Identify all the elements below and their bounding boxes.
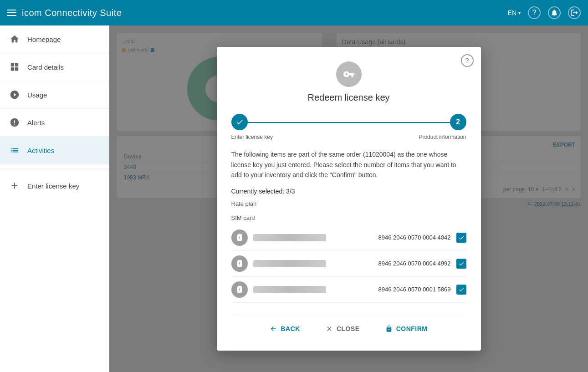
step-1-circle bbox=[231, 114, 248, 130]
sim-number-1: 8946 2046 0570 0004 4042 bbox=[378, 234, 450, 241]
sidebar-label-alerts: Alerts bbox=[27, 119, 45, 127]
modal-help-button[interactable]: ? bbox=[461, 54, 474, 67]
sim-number-2: 8946 2046 0570 0004 4992 bbox=[378, 260, 450, 267]
sidebar-label-card-details: Card details bbox=[27, 63, 64, 71]
stepper-step-1 bbox=[231, 114, 248, 130]
sim-blurred-name-1 bbox=[253, 234, 326, 241]
sim-blurred-name-3 bbox=[253, 286, 326, 293]
language-selector[interactable]: EN ▾ bbox=[508, 9, 521, 16]
stepper-line bbox=[245, 122, 453, 123]
notification-bell-icon[interactable] bbox=[548, 6, 561, 19]
step-2-circle: 2 bbox=[450, 114, 466, 130]
stepper: 2 bbox=[231, 114, 466, 130]
modal-title: Redeem license key bbox=[231, 92, 466, 103]
sim-avatar-3 bbox=[231, 281, 248, 298]
logout-icon[interactable] bbox=[568, 6, 581, 19]
sim-checkbox-3[interactable] bbox=[456, 285, 466, 295]
sidebar-label-homepage: Homepage bbox=[27, 36, 61, 43]
close-x-icon bbox=[326, 325, 333, 332]
sidebar-item-usage[interactable]: Usage bbox=[0, 81, 109, 109]
sidebar-item-alerts[interactable]: Alerts bbox=[0, 109, 109, 137]
sim-card-row-2: 8946 2046 0570 0004 4992 bbox=[231, 251, 466, 277]
sim-card-label: SIM card bbox=[231, 214, 466, 221]
sim-card-row-3: 8946 2046 0570 0001 5869 bbox=[231, 277, 466, 303]
app-title: icom Connectivity Suite bbox=[22, 8, 122, 18]
key-icon bbox=[336, 61, 362, 87]
home-icon bbox=[9, 34, 20, 45]
modal-description: The following items are part of the same… bbox=[231, 149, 466, 180]
sidebar-item-activities[interactable]: Activities bbox=[0, 137, 109, 164]
sim-checkbox-1[interactable] bbox=[456, 233, 466, 243]
lang-chevron-icon: ▾ bbox=[518, 10, 521, 15]
step1-label: Enter license key bbox=[231, 134, 273, 140]
sim-number-3: 8946 2046 0570 0001 5869 bbox=[378, 286, 450, 293]
grid-icon bbox=[9, 61, 20, 72]
redeem-license-modal: ? Redeem license key bbox=[217, 47, 481, 350]
plus-icon bbox=[9, 180, 20, 191]
modal-overlay: ? Redeem license key bbox=[109, 25, 588, 372]
sim-card-row-1: 8946 2046 0570 0004 4042 bbox=[231, 225, 466, 251]
sidebar-item-enter-license-key[interactable]: Enter license key bbox=[0, 172, 109, 199]
sim-blurred-name-2 bbox=[253, 260, 326, 267]
sidebar-label-usage: Usage bbox=[27, 91, 47, 99]
selected-count: Currently selected: 3/3 bbox=[231, 188, 466, 195]
content-area: ...rds) Test ready Data Usage (all cards… bbox=[109, 25, 588, 372]
sidebar-item-homepage[interactable]: Homepage bbox=[0, 25, 109, 53]
sim-checkbox-2[interactable] bbox=[456, 259, 466, 269]
nav-right-actions: EN ▾ ? bbox=[508, 6, 581, 19]
step2-label: Product information bbox=[419, 134, 466, 140]
confirm-button[interactable]: CONFIRM bbox=[378, 321, 435, 336]
sim-avatar-1 bbox=[231, 229, 248, 246]
back-button[interactable]: BACK bbox=[262, 321, 307, 336]
stepper-step-2: 2 bbox=[450, 114, 466, 130]
sim-card-list: 8946 2046 0570 0004 4042 8946 2046 0570 … bbox=[231, 225, 466, 303]
modal-footer: BACK CLOSE CONFIRM bbox=[231, 314, 466, 336]
top-navigation: icom Connectivity Suite EN ▾ ? bbox=[0, 0, 588, 25]
activities-icon bbox=[9, 145, 20, 156]
hamburger-menu[interactable] bbox=[7, 10, 16, 16]
modal-key-icon-wrapper bbox=[231, 61, 466, 87]
usage-icon bbox=[9, 89, 20, 100]
sidebar: Homepage Card details Usage Alerts Activ… bbox=[0, 25, 109, 372]
sim-avatar-2 bbox=[231, 255, 248, 272]
help-button[interactable]: ? bbox=[528, 6, 541, 19]
sidebar-item-card-details[interactable]: Card details bbox=[0, 53, 109, 81]
rate-plan-label: Rate plan bbox=[231, 200, 466, 207]
sidebar-label-activities: Activities bbox=[27, 147, 54, 154]
back-arrow-icon bbox=[270, 325, 277, 332]
sidebar-label-add: Enter license key bbox=[27, 182, 79, 190]
lock-icon bbox=[385, 325, 393, 332]
alert-icon bbox=[9, 117, 20, 128]
close-button[interactable]: CLOSE bbox=[318, 321, 367, 336]
